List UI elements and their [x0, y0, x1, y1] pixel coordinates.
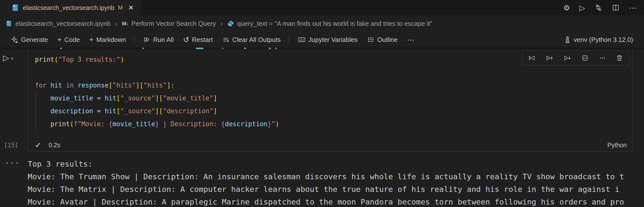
modified-badge: M	[118, 4, 123, 11]
cell-status-bar: ✓ 0.2s Python	[28, 139, 632, 151]
kernel-picker-button[interactable]: venv (Python 3.12.0)	[560, 34, 637, 46]
success-check-icon: ✓	[35, 141, 41, 149]
execute-cell-and-below-icon[interactable]	[564, 54, 572, 62]
jupyter-variables-button[interactable]: (x) Jupyter Variables	[294, 34, 362, 46]
execute-cells-icon[interactable]	[528, 54, 536, 62]
notebook-toolbar: Generate + Code + Markdown Run All ↺ Res…	[0, 32, 644, 48]
split-cell-icon[interactable]	[581, 54, 589, 62]
more-cell-actions-icon[interactable]	[599, 54, 606, 62]
code-line[interactable]: movie_title = hit["_source"]["movie_titl…	[35, 92, 632, 105]
breadcrumb-item-section[interactable]: M↓ Perform Vector Search Query	[122, 20, 216, 28]
clear-outputs-icon	[222, 36, 230, 43]
plus-icon: +	[57, 36, 62, 44]
output-line: Movie: Avatar | Description: A paraplegi…	[28, 195, 631, 207]
collapse-output-button[interactable]: ···	[5, 159, 20, 167]
execute-above-cells-icon[interactable]	[546, 54, 554, 62]
code-line[interactable]: print(f"Movie: {movie_title} | Descripti…	[35, 117, 632, 130]
editor-actions: ⚙ ▷ ⋯	[563, 0, 644, 15]
output-line: Movie: The Matrix | Description: A compu…	[28, 183, 631, 195]
vscode-window: elasticsearch_vectorsearch.ipynb M ✕ ⚙ ▷	[0, 0, 644, 207]
notebook-file-icon	[12, 4, 19, 12]
restart-icon: ↺	[183, 36, 189, 44]
svg-text:(x): (x)	[300, 38, 304, 42]
plus-icon: +	[89, 36, 94, 44]
cell-toolbar	[522, 51, 629, 65]
run-all-icon	[143, 36, 150, 43]
split-editor-icon[interactable]	[612, 4, 620, 12]
breadcrumb-separator: ›	[219, 19, 224, 28]
code-line[interactable]: description = hit["_source"]["descriptio…	[35, 105, 632, 117]
clipped-code-fragment	[244, 48, 246, 49]
more-actions-icon: ⋯	[407, 36, 414, 44]
outline-list-icon	[367, 36, 374, 43]
variables-icon: (x)	[298, 36, 306, 43]
clipped-code-fragment	[142, 48, 144, 49]
clear-all-outputs-button[interactable]: Clear All Outputs	[218, 34, 284, 46]
outline-button[interactable]: Outline	[363, 34, 402, 46]
run-icon[interactable]: ▷	[579, 4, 585, 12]
toolbar-divider	[134, 36, 135, 44]
notebook-file-icon	[6, 20, 12, 27]
restart-button[interactable]: ↺ Restart	[179, 34, 217, 46]
compare-changes-icon[interactable]	[594, 4, 602, 12]
code-line[interactable]: for hit in response["hits"]["hits"]:	[35, 79, 632, 92]
breadcrumb-item-cell[interactable]: query_text = "A man finds out his world …	[227, 20, 432, 28]
tab-elasticsearch-notebook[interactable]: elasticsearch_vectorsearch.ipynb M ✕	[0, 0, 140, 15]
run-cell-play-icon: ▷	[3, 54, 9, 62]
toolbar-divider	[289, 36, 289, 44]
execution-duration: 0.2s	[48, 142, 60, 149]
kernel-environment-icon	[564, 36, 571, 43]
run-all-button[interactable]: Run All	[139, 34, 178, 46]
sparkle-icon	[11, 36, 18, 43]
editor-tab-bar: elasticsearch_vectorsearch.ipynb M ✕ ⚙ ▷	[0, 0, 644, 15]
output-line: Movie: The Truman Show | Description: An…	[28, 170, 631, 183]
cell-language-picker[interactable]: Python	[607, 142, 627, 149]
clipped-code-fragment	[196, 48, 203, 49]
cell-output: Top 3 results:Movie: The Truman Show | D…	[28, 158, 631, 207]
breadcrumb: elasticsearch_vectorsearch.ipynb › M↓ Pe…	[0, 15, 644, 32]
settings-gear-icon[interactable]: ⚙	[563, 4, 570, 12]
toolbar-more-button[interactable]: ⋯	[403, 34, 418, 46]
chevron-down-icon: ∨	[11, 56, 14, 61]
clipped-code-fragment	[222, 48, 224, 49]
delete-cell-icon[interactable]	[616, 54, 623, 62]
generate-button[interactable]: Generate	[7, 34, 52, 46]
breadcrumb-separator: ›	[114, 19, 118, 28]
add-code-cell-button[interactable]: + Code	[53, 34, 84, 46]
breadcrumb-item-file[interactable]: elasticsearch_vectorsearch.ipynb	[15, 20, 110, 28]
code-line[interactable]	[35, 66, 632, 79]
clipped-code-fragment	[269, 48, 271, 49]
clipped-code-fragment	[60, 48, 62, 49]
more-actions-icon[interactable]: ⋯	[629, 4, 636, 12]
close-tab-icon[interactable]: ✕	[128, 4, 134, 12]
clipped-code-fragment	[275, 48, 277, 49]
markdown-icon: M↓	[122, 21, 128, 27]
python-icon	[227, 20, 234, 27]
execution-count: [15]	[4, 142, 18, 149]
notebook-editor: ▷ ∨ [15] print("Top 3 results:") for hit…	[0, 48, 644, 207]
tab-title: elasticsearch_vectorsearch.ipynb	[23, 4, 114, 12]
run-cell-button[interactable]: ▷ ∨	[3, 54, 14, 62]
add-markdown-cell-button[interactable]: + Markdown	[85, 34, 130, 46]
output-line: Top 3 results:	[28, 158, 631, 170]
